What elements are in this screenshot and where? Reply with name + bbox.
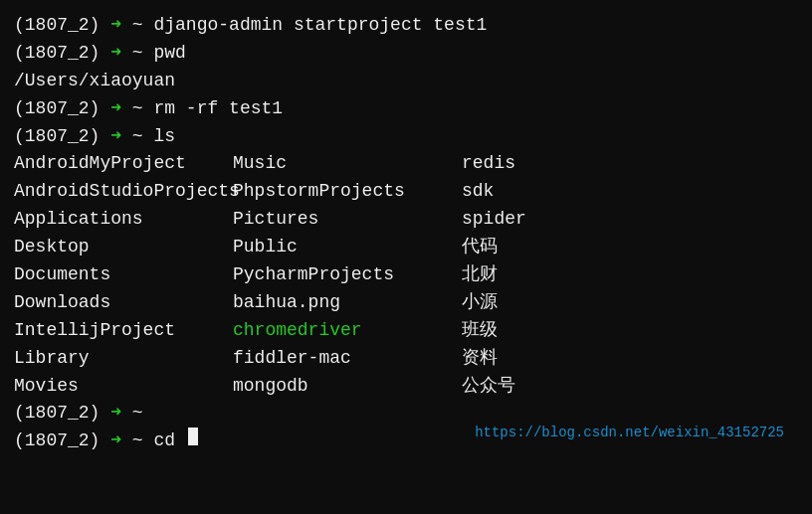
arrow-icon: ➜ [110, 400, 121, 428]
ls-item: mongodb [233, 373, 462, 401]
cmd-line-3: (1807_2) ➜ ~ rm -rf test1 [14, 95, 798, 123]
path-output: /Users/xiaoyuan [14, 68, 175, 95]
prompt-dir: ~ [121, 428, 153, 455]
ls-item: 北财 [462, 261, 798, 289]
cmd-line-2: (1807_2) ➜ ~ pwd [14, 40, 798, 68]
prompt-dir: ~ [121, 95, 153, 123]
prompt-prefix: (1807_2) [14, 95, 110, 123]
prompt-dir: ~ [121, 123, 153, 151]
prompt-dir: ~ [121, 40, 153, 68]
ls-item: AndroidStudioProjects [14, 178, 233, 206]
ls-item: Desktop [14, 234, 233, 261]
arrow-icon: ➜ [110, 95, 121, 123]
ls-item: redis [462, 150, 798, 178]
cmd-line-1: (1807_2) ➜ ~ django-admin startproject t… [14, 12, 798, 40]
ls-item: Movies [14, 373, 233, 401]
watermark-text: https://blog.csdn.net/weixin_43152725 [475, 423, 784, 444]
current-cmd: cd [153, 428, 185, 455]
cursor-block [188, 428, 198, 445]
path-line: /Users/xiaoyuan [14, 68, 798, 95]
ls-item: fiddler-mac [233, 345, 462, 373]
prompt-dir: ~ [121, 400, 143, 428]
ls-item: Music [233, 150, 462, 178]
cmd-text: pwd [153, 40, 185, 68]
ls-item: 公众号 [462, 373, 798, 401]
ls-item: Public [233, 234, 462, 261]
arrow-icon: ➜ [110, 40, 121, 68]
cmd-text: django-admin startproject test1 [153, 12, 487, 40]
ls-output: AndroidMyProject Music redis AndroidStud… [14, 150, 798, 400]
prompt-dir: ~ [121, 12, 153, 40]
terminal-window: (1807_2) ➜ ~ django-admin startproject t… [0, 0, 812, 514]
prompt-prefix: (1807_2) [14, 123, 110, 151]
ls-item: AndroidMyProject [14, 150, 233, 178]
ls-item: 资料 [462, 345, 798, 373]
ls-item: PycharmProjects [233, 261, 462, 289]
prompt-prefix: (1807_2) [14, 40, 110, 68]
ls-item: Pictures [233, 206, 462, 234]
ls-item-chromedriver: chromedriver [233, 317, 462, 345]
cmd-text: ls [153, 123, 175, 151]
ls-item: Documents [14, 261, 233, 289]
ls-item: PhpstormProjects [233, 178, 462, 206]
cmd-text: rm -rf test1 [153, 95, 283, 123]
ls-item: baihua.png [233, 289, 462, 317]
ls-item: IntellijProject [14, 317, 233, 345]
prompt-prefix: (1807_2) [14, 400, 110, 428]
ls-item: Library [14, 345, 233, 373]
ls-item: 代码 [462, 234, 798, 261]
prompt-prefix: (1807_2) [14, 428, 110, 455]
ls-item: 小源 [462, 289, 798, 317]
prompt-prefix: (1807_2) [14, 12, 110, 40]
ls-item: spider [462, 206, 798, 234]
ls-item: 班级 [462, 317, 798, 345]
arrow-icon: ➜ [110, 12, 121, 40]
arrow-icon: ➜ [110, 123, 121, 151]
ls-item-downloads: Downloads [14, 289, 233, 317]
cmd-line-4: (1807_2) ➜ ~ ls [14, 123, 798, 151]
ls-item: sdk [462, 178, 798, 206]
footer-lines: (1807_2) ➜ ~ (1807_2) ➜ ~ cd https://blo… [14, 400, 798, 455]
ls-item-applications: Applications [14, 206, 233, 234]
arrow-icon: ➜ [110, 428, 121, 455]
